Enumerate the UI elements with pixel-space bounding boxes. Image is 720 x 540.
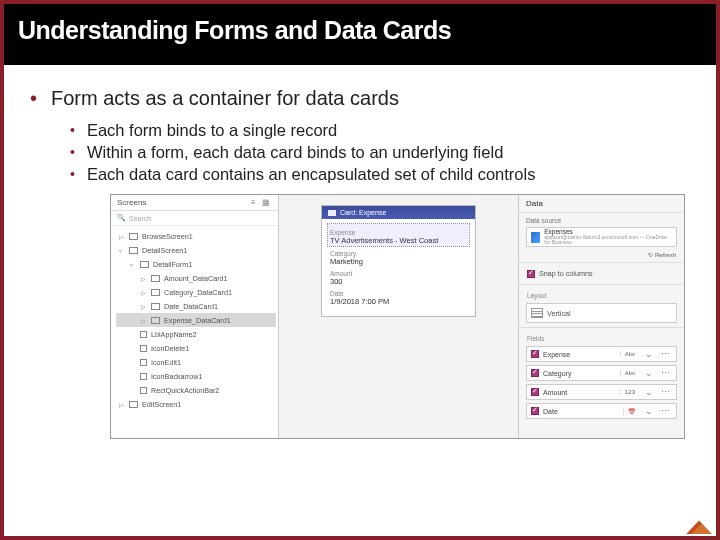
tree-row[interactable]: ▷Category_DataCard1 bbox=[116, 285, 276, 299]
card-header-text: Card: Expense bbox=[340, 209, 386, 216]
bullet-text: Within a form, each data card binds to a… bbox=[87, 143, 503, 162]
node-icon bbox=[140, 359, 147, 366]
tree-row[interactable]: ▿DetailForm1 bbox=[116, 257, 276, 271]
tree-row[interactable]: ▷EditScreen1 bbox=[116, 397, 276, 411]
field-label: Category bbox=[330, 250, 467, 257]
tree-row[interactable]: ▷Amount_DataCard1 bbox=[116, 271, 276, 285]
bullet-text: Form acts as a container for data cards bbox=[51, 87, 399, 110]
node-icon bbox=[140, 387, 147, 394]
node-icon bbox=[151, 289, 160, 296]
search-icon: 🔍 bbox=[117, 214, 126, 222]
tree-row[interactable]: ▷Date_DataCard1 bbox=[116, 299, 276, 313]
layout-icon bbox=[531, 308, 543, 318]
tree-view: ▷BrowseScreen1▿DetailScreen1▿DetailForm1… bbox=[111, 226, 278, 438]
corner-logo-icon bbox=[686, 512, 712, 534]
node-icon bbox=[140, 373, 147, 380]
data-panel-heading: Data bbox=[519, 195, 684, 213]
tree-row[interactable]: LblAppName2 bbox=[116, 327, 276, 341]
form-preview[interactable]: Card: Expense ExpenseTV Advertisements -… bbox=[321, 205, 476, 317]
disclosure-icon: ▷ bbox=[119, 401, 125, 408]
screens-panel-header: Screens ≡ ▦ bbox=[111, 195, 278, 211]
field-label: Amount bbox=[330, 270, 467, 277]
fields-list: ExpenseAbc⌄⋯CategoryAbc⌄⋯Amount123⌄⋯Date… bbox=[519, 344, 684, 424]
field-label: Date bbox=[330, 290, 467, 297]
node-icon bbox=[151, 303, 160, 310]
field-type: Abc bbox=[620, 351, 639, 357]
chevron-down-icon[interactable]: ⌄ bbox=[643, 352, 655, 357]
tree-row[interactable]: ▷Expense_DataCard1 bbox=[116, 313, 276, 327]
node-icon bbox=[140, 261, 149, 268]
layout-heading: Layout bbox=[519, 287, 684, 301]
more-icon[interactable]: ⋯ bbox=[659, 352, 672, 357]
bullet-text: Each form binds to a single record bbox=[87, 121, 337, 140]
field-name: Expense bbox=[543, 351, 616, 358]
search-input[interactable]: 🔍 Search bbox=[111, 211, 278, 226]
tree-label: Date_DataCard1 bbox=[164, 302, 218, 311]
checkbox-icon[interactable] bbox=[531, 407, 539, 415]
layout-value: Vertical bbox=[547, 309, 571, 318]
data-panel: Data Data source Expenses appuser@trainl… bbox=[518, 195, 684, 438]
slide-title: Understanding Forms and Data Cards bbox=[18, 16, 702, 45]
tree-row[interactable]: RectQuickActionBar2 bbox=[116, 383, 276, 397]
snap-to-columns-row[interactable]: Snap to columns bbox=[519, 265, 684, 282]
disclosure-icon: ▷ bbox=[141, 289, 147, 296]
disclosure-icon: ▷ bbox=[141, 303, 147, 310]
fields-heading: Fields bbox=[519, 330, 684, 344]
data-source-selector[interactable]: Expenses appuser@trainlo-Saturn3.onmicro… bbox=[526, 227, 677, 247]
field-row[interactable]: ExpenseAbc⌄⋯ bbox=[526, 346, 677, 362]
more-icon[interactable]: ⋯ bbox=[659, 390, 672, 395]
screens-heading: Screens bbox=[117, 198, 146, 207]
tree-row[interactable]: ▿DetailScreen1 bbox=[116, 243, 276, 257]
field-type: 📅 bbox=[623, 408, 639, 415]
field-name: Amount bbox=[543, 389, 616, 396]
chevron-down-icon[interactable]: ⌄ bbox=[643, 390, 655, 395]
field-value: Marketing bbox=[330, 257, 467, 266]
field-name: Date bbox=[543, 408, 619, 415]
screens-icons[interactable]: ≡ ▦ bbox=[251, 198, 272, 207]
chevron-down-icon[interactable]: ⌄ bbox=[643, 371, 655, 376]
tree-label: DetailScreen1 bbox=[142, 246, 187, 255]
search-placeholder: Search bbox=[129, 215, 151, 222]
field-row[interactable]: Date📅⌄⋯ bbox=[526, 403, 677, 419]
checkbox-icon[interactable] bbox=[531, 350, 539, 358]
disclosure-icon: ▷ bbox=[119, 233, 125, 240]
tree-row[interactable]: ▷BrowseScreen1 bbox=[116, 229, 276, 243]
tree-label: Expense_DataCard1 bbox=[164, 316, 231, 325]
disclosure-icon: ▷ bbox=[141, 275, 147, 282]
node-icon bbox=[129, 247, 138, 254]
more-icon[interactable]: ⋯ bbox=[659, 409, 672, 414]
field-row[interactable]: Amount123⌄⋯ bbox=[526, 384, 677, 400]
checkbox-icon[interactable] bbox=[527, 270, 535, 278]
bullet-level2: • Within a form, each data card binds to… bbox=[70, 143, 698, 162]
checkbox-icon[interactable] bbox=[531, 388, 539, 396]
more-icon[interactable]: ⋯ bbox=[659, 371, 672, 376]
data-source-label: Data source bbox=[519, 213, 684, 224]
tree-row[interactable]: IconEdit1 bbox=[116, 355, 276, 369]
disclosure-icon: ▷ bbox=[141, 317, 147, 324]
divider bbox=[519, 262, 684, 263]
data-source-sub: appuser@trainlo-Saturn3.onmicrosoft.com … bbox=[544, 235, 672, 245]
tree-row[interactable]: IconDelete1 bbox=[116, 341, 276, 355]
field-row[interactable]: CategoryAbc⌄⋯ bbox=[526, 365, 677, 381]
bullet-dot: • bbox=[70, 165, 75, 184]
tree-label: RectQuickActionBar2 bbox=[151, 386, 219, 395]
node-icon bbox=[151, 317, 160, 324]
field-label: Expense bbox=[330, 229, 467, 236]
tree-label: BrowseScreen1 bbox=[142, 232, 193, 241]
divider bbox=[519, 327, 684, 328]
form-canvas: Card: Expense ExpenseTV Advertisements -… bbox=[279, 195, 518, 438]
layout-selector[interactable]: Vertical bbox=[526, 303, 677, 323]
checkbox-icon[interactable] bbox=[531, 369, 539, 377]
tree-row[interactable]: IconBackarrow1 bbox=[116, 369, 276, 383]
field-value: TV Advertisements - West Coast bbox=[330, 236, 467, 245]
form-body: ExpenseTV Advertisements - West CoastCat… bbox=[322, 219, 475, 316]
node-icon bbox=[140, 331, 147, 338]
disclosure-icon: ▿ bbox=[119, 247, 125, 254]
node-icon bbox=[151, 275, 160, 282]
chevron-down-icon[interactable]: ⌄ bbox=[643, 409, 655, 414]
bullet-dot: • bbox=[30, 87, 37, 109]
bullet-text: Each data card contains an encapsulated … bbox=[87, 165, 536, 184]
tree-label: Category_DataCard1 bbox=[164, 288, 232, 297]
refresh-button[interactable]: ↻ Refresh bbox=[519, 249, 684, 260]
tree-label: Amount_DataCard1 bbox=[164, 274, 228, 283]
